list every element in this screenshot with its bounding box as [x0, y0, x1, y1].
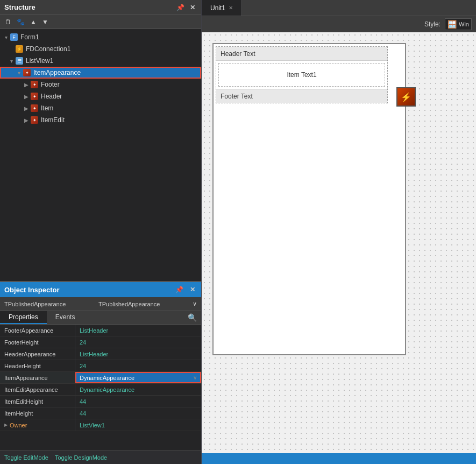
form-window: Header Text Item Text1 Footer Text ⚡	[212, 43, 406, 355]
inspector-object-dropdown[interactable]: ∨	[193, 300, 197, 307]
design-canvas: Header Text Item Text1 Footer Text ⚡	[202, 32, 476, 453]
prop-value-itemeditheight: 44	[75, 396, 201, 407]
inspector-footer: Toggle EditMode Toggle DesignMode	[0, 451, 201, 464]
list-icon: ☰	[15, 57, 24, 65]
tree-label-listview1: ListView1	[26, 57, 53, 65]
list-item-row: Item Text1	[218, 63, 385, 87]
prop-row-itemeeditheight[interactable]: ItemEditHeight 44	[0, 396, 201, 407]
tree-item-footer[interactable]: ▶ ✦ Footer	[0, 79, 201, 90]
prop-value-headerappearance: ListHeader	[75, 348, 201, 360]
tree-arrow-itemedit: ▶	[23, 117, 30, 123]
tab-events[interactable]: Events	[47, 311, 84, 324]
design-toolbar: Style: 🪟 Win	[202, 16, 476, 32]
tree-item-fdconnection1[interactable]: ⚡ FDConnection1	[0, 43, 201, 55]
structure-tree: ▾ F Form1 ⚡ FDConnection1 ▾ ☰ Lis	[0, 29, 201, 281]
prop-name-itemappearance: ItemAppearance	[0, 372, 75, 383]
page-icon[interactable]: 🗒	[3, 18, 13, 26]
prop-name-owner: Owner	[0, 419, 75, 431]
tree-label-form1: Form1	[20, 33, 39, 41]
prop-name-headerheight: HeaderHeight	[0, 360, 75, 371]
prop-value-owner: ListView1	[75, 419, 201, 431]
itemappearance-dropdown-arrow[interactable]: ∨	[193, 375, 197, 381]
list-footer-text: Footer Text	[216, 89, 387, 103]
style-value: Win	[459, 21, 469, 27]
appearance-icon-itemedit: ✦	[30, 116, 39, 124]
inspector-tabs: Properties Events 🔍	[0, 311, 201, 325]
tree-label-item: Item	[41, 104, 53, 112]
structure-toolbar: 🗒 🐾 ▲ ▼	[0, 15, 201, 29]
tree-item-itemappearance[interactable]: ▾ ✦ ItemAppearance	[0, 67, 201, 79]
appearance-icon-item: ✦	[23, 68, 31, 77]
object-inspector-panel: Object Inspector 📌 ✕ TPublishedAppearanc…	[0, 281, 202, 464]
prop-name-itemheight: ItemHeight	[0, 407, 75, 419]
right-panel: Unit1 ✕ Style: 🪟 Win Header Text Item Te…	[202, 0, 476, 464]
appearance-icon-header: ✦	[30, 92, 39, 101]
tab-unit1[interactable]: Unit1 ✕	[202, 0, 242, 16]
prop-row-itemeditappearance[interactable]: ItemEditAppearance DynamicAppearance	[0, 384, 201, 396]
prop-value-itemappearance: DynamicAppearance ∨	[75, 372, 201, 383]
prop-row-footerappearance[interactable]: FooterAppearance ListHeader	[0, 325, 201, 336]
prop-value-headerheight: 24	[75, 360, 201, 371]
tab-properties[interactable]: Properties	[0, 311, 47, 324]
prop-row-headerheight[interactable]: HeaderHeight 24	[0, 360, 201, 372]
listview-component: Header Text Item Text1 Footer Text	[216, 46, 388, 103]
prop-value-footerappearance: ListHeader	[75, 325, 201, 336]
prop-row-itemheight[interactable]: ItemHeight 44	[0, 407, 201, 419]
tree-item-listview1[interactable]: ▾ ☰ ListView1	[0, 55, 201, 67]
pin-inspector-button[interactable]: 📌	[174, 285, 185, 294]
form-icon: F	[10, 33, 18, 41]
tree-label-footer: Footer	[41, 81, 60, 88]
inspector-header: Object Inspector 📌 ✕	[0, 282, 201, 297]
close-inspector-button[interactable]: ✕	[188, 285, 197, 294]
tree-label-fdconnection1: FDConnection1	[26, 45, 70, 53]
up-icon[interactable]: ▲	[29, 18, 38, 26]
close-structure-button[interactable]: ✕	[188, 3, 197, 12]
tree-arrow-form1: ▾	[2, 34, 10, 40]
tree-arrow-item: ▶	[23, 106, 30, 111]
tree-label-header: Header	[41, 93, 62, 100]
prop-name-headerappearance: HeaderAppearance	[0, 348, 75, 360]
pin-button[interactable]: 📌	[175, 3, 186, 12]
list-header-text: Header Text	[216, 47, 387, 61]
inspector-object-name: TPublishedAppearance	[98, 301, 160, 307]
toggle-editmode-button[interactable]: Toggle EditMode	[4, 454, 48, 461]
tab-unit1-label: Unit1	[210, 4, 225, 12]
structure-panel-header: Structure 📌 ✕	[0, 0, 201, 15]
inspector-object-bar: TPublishedAppearance TPublishedAppearanc…	[0, 297, 201, 311]
style-label: Style:	[424, 20, 441, 28]
prop-value-itemeditappearance: DynamicAppearance	[75, 384, 201, 395]
inspector-title: Object Inspector	[4, 286, 60, 294]
tree-item-itemedit[interactable]: ▶ ✦ ItemEdit	[0, 114, 201, 126]
component-icon-fdconnection: ⚡	[15, 45, 24, 53]
prop-row-headerappearance[interactable]: HeaderAppearance ListHeader	[0, 348, 201, 360]
prop-name-itemeditheight: ItemEditHeight	[0, 396, 75, 407]
prop-row-footerheight[interactable]: FooterHeight 24	[0, 336, 201, 348]
search-icon: 🔍	[188, 313, 197, 322]
appearance-icon-itemnode: ✦	[30, 104, 39, 113]
tree-item-item[interactable]: ▶ ✦ Item	[0, 102, 201, 114]
tab-unit1-close[interactable]: ✕	[229, 5, 233, 11]
tree-item-header[interactable]: ▶ ✦ Header	[0, 90, 201, 102]
tree-label-itemedit: ItemEdit	[41, 116, 65, 124]
toggle-designmode-button[interactable]: Toggle DesignMode	[55, 454, 107, 461]
prop-name-footerappearance: FooterAppearance	[0, 325, 75, 336]
structure-title: Structure	[4, 3, 35, 11]
prop-row-itemappearance[interactable]: ItemAppearance DynamicAppearance ∨	[0, 372, 201, 384]
tree-label-itemappearance: ItemAppearance	[33, 69, 81, 76]
tree-arrow-footer: ▶	[23, 82, 30, 88]
properties-table: FooterAppearance ListHeader FooterHeight…	[0, 325, 201, 451]
fdconnection-symbol: ⚡	[401, 92, 411, 102]
prop-value-footerheight: 24	[75, 336, 201, 348]
add-icon[interactable]: 🐾	[15, 18, 26, 26]
tab-bar: Unit1 ✕	[202, 0, 476, 16]
status-bar	[202, 453, 476, 464]
style-selector[interactable]: 🪟 Win	[445, 18, 472, 30]
tree-arrow-header: ▶	[23, 94, 30, 100]
tree-item-form1[interactable]: ▾ F Form1	[0, 31, 201, 43]
prop-row-owner[interactable]: Owner ListView1	[0, 419, 201, 431]
inspector-object-type: TPublishedAppearance	[4, 301, 66, 307]
down-icon[interactable]: ▼	[40, 18, 50, 26]
fdconnection-component-icon[interactable]: ⚡	[396, 87, 416, 107]
tree-arrow-listview1: ▾	[8, 58, 15, 64]
prop-value-itemheight: 44	[75, 407, 201, 419]
